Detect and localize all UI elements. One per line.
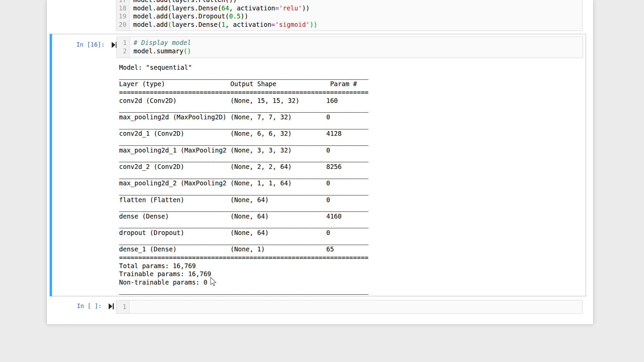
code-line: 17model.add(layers.Flatten()) [116,0,582,4]
code-line: 19model.add(layers.Dropout(0.5)) [116,12,582,20]
line-number: 1 [117,39,130,47]
line-number: 17 [116,0,129,4]
code-line: 20model.add(layers.Dense(1, activation='… [116,20,582,29]
editor-lines: 1 [116,300,582,313]
line-number: 20 [116,20,129,29]
editor-lines: 17model.add(layers.Flatten())18model.add… [116,0,582,31]
code-line: 1 [116,303,582,311]
run-cell-icon [108,303,114,310]
code-text: model.add(layers.Dense(1, activation='si… [129,20,317,29]
line-number: 1 [116,303,129,311]
code-text: model.add(layers.Dense(64, activation='r… [129,4,310,12]
code-line: 1# Display model [117,39,583,47]
code-text: model.add(layers.Flatten()) [129,0,237,4]
input-prompt: In [ ]: [47,302,102,310]
page: { "colors": { "page_bg": "#ececec", "con… [0,0,644,362]
code-line: 18model.add(layers.Dense(64, activation=… [116,4,582,12]
run-cell-button[interactable] [108,303,114,310]
active-code-cell[interactable]: In [16]: 1# Display model2model.summary(… [50,34,586,296]
active-cell-editor[interactable]: 1# Display model2model.summary() [116,37,583,58]
notebook-container: 17model.add(layers.Flatten())18model.add… [47,0,593,324]
line-number: 2 [117,47,130,55]
code-text [129,303,133,311]
input-prompt: In [16]: [50,41,105,49]
output-pre: Model: "sequential" ____________________… [119,63,369,295]
code-line: 2model.summary() [117,47,583,55]
code-text: model.summary() [130,47,191,55]
editor-lines: 1# Display model2model.summary() [117,37,583,57]
code-text: model.add(layers.Dropout(0.5)) [129,12,248,20]
line-number: 19 [116,12,129,20]
line-number: 18 [116,4,129,12]
empty-cell-editor[interactable]: 1 [116,300,583,314]
code-text: # Display model [130,39,191,47]
code-cell-top-editor[interactable]: 17model.add(layers.Flatten())18model.add… [116,0,583,31]
